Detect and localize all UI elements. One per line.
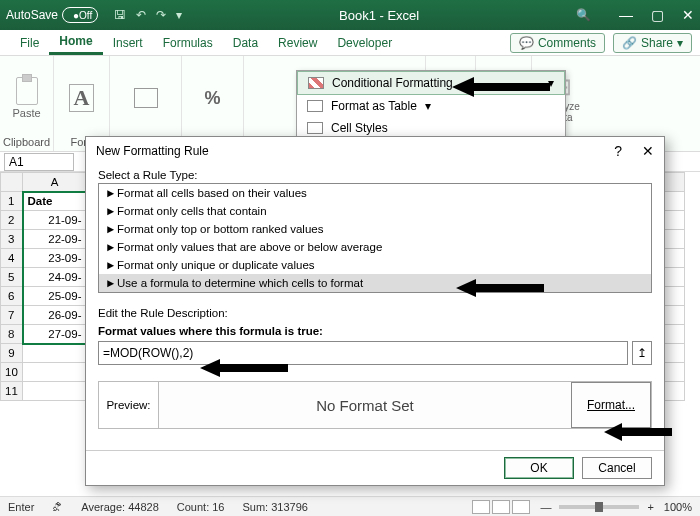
preview-label: Preview: bbox=[99, 382, 159, 428]
dialog-title: New Formatting Rule bbox=[96, 144, 209, 158]
quick-access-toolbar: 🖫 ↶ ↷ ▾ bbox=[114, 8, 182, 22]
rule-use-formula[interactable]: ►Use a formula to determine which cells … bbox=[99, 274, 651, 292]
paste-icon[interactable] bbox=[16, 77, 38, 105]
ribbon-group-clipboard: Paste Clipboard bbox=[0, 56, 54, 151]
undo-icon[interactable]: ↶ bbox=[136, 8, 146, 22]
dialog-close-icon[interactable]: ✕ bbox=[642, 143, 654, 159]
svg-marker-1 bbox=[456, 279, 544, 297]
svg-marker-0 bbox=[452, 77, 550, 97]
annotation-arrow-icon bbox=[200, 358, 290, 378]
rule-cells-contain[interactable]: ►Format only cells that contain bbox=[99, 202, 651, 220]
cell-a5[interactable]: 24-09- bbox=[23, 268, 87, 287]
stat-count: Count: 16 bbox=[177, 501, 225, 513]
annotation-arrow-icon bbox=[452, 76, 552, 98]
annotation-arrow-icon bbox=[456, 278, 546, 298]
ribbon-tabs: File Home Insert Formulas Data Review De… bbox=[0, 30, 700, 56]
close-icon[interactable]: ✕ bbox=[682, 7, 694, 23]
ok-button[interactable]: OK bbox=[504, 457, 574, 479]
range-picker-icon[interactable]: ↥ bbox=[632, 341, 652, 365]
redo-icon[interactable]: ↷ bbox=[156, 8, 166, 22]
cell-a7[interactable]: 26-09- bbox=[23, 306, 87, 325]
tab-data[interactable]: Data bbox=[223, 30, 268, 55]
view-buttons bbox=[472, 500, 530, 514]
autosave-toggle[interactable]: ● Off bbox=[62, 7, 98, 23]
tab-file[interactable]: File bbox=[10, 30, 49, 55]
tab-developer[interactable]: Developer bbox=[327, 30, 402, 55]
rule-all-values[interactable]: ►Format all cells based on their values bbox=[99, 184, 651, 202]
cell-a6[interactable]: 25-09- bbox=[23, 287, 87, 306]
col-header-a[interactable]: A bbox=[23, 173, 87, 192]
cancel-button[interactable]: Cancel bbox=[582, 457, 652, 479]
percent-icon[interactable]: % bbox=[204, 88, 220, 109]
menu-format-table[interactable]: Format as Table ▾ bbox=[297, 95, 565, 117]
new-formatting-rule-dialog: New Formatting Rule ? ✕ Select a Rule Ty… bbox=[85, 136, 665, 486]
zoom-out-icon[interactable]: — bbox=[540, 501, 551, 513]
title-bar: AutoSave ● Off 🖫 ↶ ↷ ▾ Book1 - Excel 🔍 —… bbox=[0, 0, 700, 30]
svg-marker-3 bbox=[604, 423, 672, 441]
select-rule-type-label: Select a Rule Type: bbox=[98, 169, 652, 181]
tab-insert[interactable]: Insert bbox=[103, 30, 153, 55]
save-icon[interactable]: 🖫 bbox=[114, 8, 126, 22]
cell-a1[interactable]: Date bbox=[23, 192, 87, 211]
rule-above-below[interactable]: ►Format only values that are above or be… bbox=[99, 238, 651, 256]
view-normal-icon[interactable] bbox=[472, 500, 490, 514]
formula-label: Format values where this formula is true… bbox=[98, 325, 652, 337]
formula-input[interactable] bbox=[98, 341, 628, 365]
view-pagebreak-icon[interactable] bbox=[512, 500, 530, 514]
alignment-icon[interactable] bbox=[134, 88, 158, 108]
edit-description-label: Edit the Rule Description: bbox=[98, 307, 652, 319]
zoom-slider[interactable] bbox=[559, 505, 639, 509]
accessibility-icon[interactable]: ⛐ bbox=[52, 501, 63, 513]
help-icon[interactable]: ? bbox=[614, 143, 622, 159]
rule-unique-dup[interactable]: ►Format only unique or duplicate values bbox=[99, 256, 651, 274]
row-header[interactable]: 1 bbox=[1, 192, 23, 211]
rule-type-list: ►Format all cells based on their values … bbox=[98, 183, 652, 293]
select-all-corner[interactable] bbox=[1, 173, 23, 192]
share-button[interactable]: 🔗 Share ▾ bbox=[613, 33, 692, 53]
tab-home[interactable]: Home bbox=[49, 30, 102, 55]
stat-sum: Sum: 313796 bbox=[242, 501, 307, 513]
autosave-label: AutoSave bbox=[6, 8, 58, 22]
restore-icon[interactable]: ▢ bbox=[651, 7, 664, 23]
mode-indicator: Enter bbox=[8, 501, 34, 513]
cell-styles-icon bbox=[307, 122, 323, 134]
document-title: Book1 - Excel bbox=[182, 8, 576, 23]
tab-formulas[interactable]: Formulas bbox=[153, 30, 223, 55]
format-table-icon bbox=[307, 100, 323, 112]
cell-a8[interactable]: 27-09- bbox=[23, 325, 87, 344]
status-bar: Enter ⛐ Average: 44828 Count: 16 Sum: 31… bbox=[0, 496, 700, 516]
minimize-icon[interactable]: — bbox=[619, 7, 633, 23]
search-icon[interactable]: 🔍 bbox=[576, 8, 591, 22]
comments-button[interactable]: 💬 Comments bbox=[510, 33, 605, 53]
font-icon[interactable]: A bbox=[69, 84, 95, 112]
svg-marker-2 bbox=[200, 359, 288, 377]
rule-top-bottom[interactable]: ►Format only top or bottom ranked values bbox=[99, 220, 651, 238]
zoom-in-icon[interactable]: + bbox=[647, 501, 653, 513]
tab-review[interactable]: Review bbox=[268, 30, 327, 55]
annotation-arrow-icon bbox=[604, 422, 674, 442]
cell-a3[interactable]: 22-09- bbox=[23, 230, 87, 249]
conditional-formatting-icon bbox=[308, 77, 324, 89]
name-box[interactable]: A1 bbox=[4, 153, 74, 171]
zoom-level: 100% bbox=[664, 501, 692, 513]
cell-a2[interactable]: 21-09- bbox=[23, 211, 87, 230]
preview-box: No Format Set bbox=[159, 382, 571, 428]
view-layout-icon[interactable] bbox=[492, 500, 510, 514]
stat-average: Average: 44828 bbox=[81, 501, 158, 513]
cell-a4[interactable]: 23-09- bbox=[23, 249, 87, 268]
paste-label: Paste bbox=[12, 107, 40, 119]
